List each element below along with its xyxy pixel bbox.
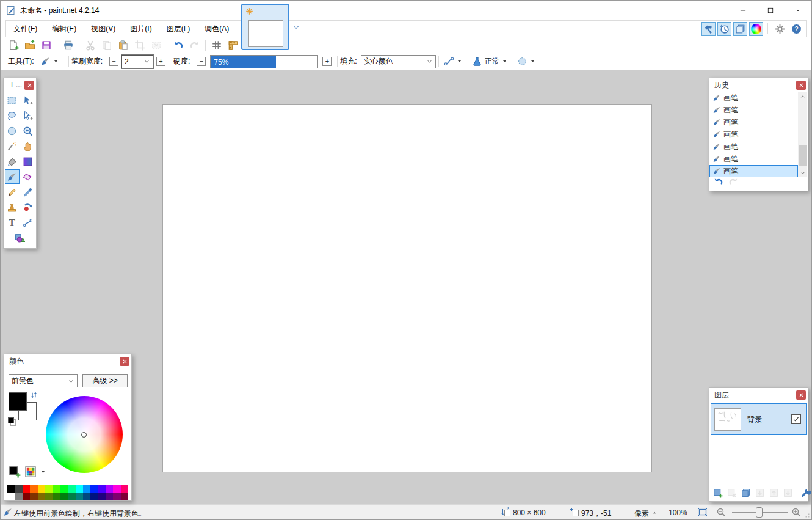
active-tool-dropdown[interactable] bbox=[38, 55, 61, 68]
paste-button[interactable] bbox=[115, 38, 131, 53]
merge-down-button[interactable] bbox=[755, 487, 765, 499]
zoom-out-icon[interactable] bbox=[716, 507, 726, 517]
palette-swatch[interactable] bbox=[53, 493, 60, 500]
palette-swatch[interactable] bbox=[76, 493, 83, 500]
maximize-button[interactable] bbox=[756, 1, 784, 20]
history-window-toggle[interactable] bbox=[717, 22, 731, 36]
palette-swatch[interactable] bbox=[60, 485, 68, 493]
tool-line-curve[interactable] bbox=[21, 215, 35, 230]
history-undo-button[interactable] bbox=[713, 177, 723, 189]
palette-swatch[interactable] bbox=[15, 485, 22, 493]
palette-swatch[interactable] bbox=[76, 485, 83, 493]
palette-swatch[interactable] bbox=[83, 493, 90, 500]
layer-visibility-checkbox[interactable] bbox=[791, 414, 801, 424]
brush-width-combobox[interactable]: 2 bbox=[121, 55, 153, 68]
menu-layers[interactable]: 图层(L) bbox=[159, 21, 198, 37]
tool-magic-wand[interactable] bbox=[5, 139, 20, 153]
duplicate-layer-button[interactable] bbox=[741, 487, 751, 499]
delete-layer-button[interactable] bbox=[727, 487, 737, 499]
tool-paint-bucket[interactable] bbox=[5, 154, 20, 169]
add-layer-button[interactable] bbox=[712, 487, 723, 499]
grid-button[interactable] bbox=[208, 38, 225, 53]
tools-palette-close-button[interactable] bbox=[24, 81, 34, 90]
hardness-slider[interactable]: 75% bbox=[210, 55, 318, 68]
menu-file[interactable]: 文件(F) bbox=[6, 21, 45, 37]
redo-button[interactable] bbox=[186, 38, 203, 53]
tool-eraser[interactable] bbox=[21, 169, 35, 184]
palette-swatch[interactable] bbox=[15, 493, 22, 500]
tool-clone-stamp[interactable] bbox=[5, 200, 20, 214]
palette-swatch[interactable] bbox=[68, 493, 75, 500]
canvas[interactable] bbox=[162, 104, 652, 472]
brush-width-increase-button[interactable]: + bbox=[156, 57, 165, 66]
deselect-button[interactable] bbox=[148, 38, 164, 53]
menu-view[interactable]: 视图(V) bbox=[84, 21, 123, 37]
close-button[interactable] bbox=[784, 1, 811, 20]
zoom-in-icon[interactable] bbox=[791, 507, 801, 517]
palette-swatch[interactable] bbox=[23, 485, 30, 493]
scroll-down-arrow[interactable] bbox=[798, 168, 807, 177]
palette-swatch[interactable] bbox=[30, 493, 37, 500]
history-item[interactable]: 画笔 bbox=[709, 104, 798, 116]
history-redo-button[interactable] bbox=[728, 177, 739, 189]
swap-colors-icon[interactable] bbox=[30, 391, 38, 399]
blend-mode-dropdown[interactable]: 正常 bbox=[469, 55, 510, 68]
resize-grip[interactable] bbox=[800, 508, 810, 518]
scroll-up-arrow[interactable] bbox=[798, 92, 807, 101]
add-color-to-palette-icon[interactable] bbox=[9, 466, 21, 478]
tool-ellipse-select[interactable] bbox=[5, 123, 20, 138]
image-list-chevron-icon[interactable] bbox=[292, 24, 300, 31]
hardness-decrease-button[interactable]: − bbox=[197, 57, 206, 66]
layers-window-toggle[interactable] bbox=[733, 22, 747, 36]
ruler-button[interactable] bbox=[225, 38, 241, 53]
tools-window-toggle[interactable] bbox=[701, 22, 716, 36]
image-tab[interactable] bbox=[241, 4, 289, 50]
reset-colors-icon[interactable] bbox=[7, 417, 17, 427]
tool-move-selection[interactable] bbox=[21, 108, 35, 123]
save-button[interactable] bbox=[38, 38, 54, 53]
layer-row[interactable]: 背景 bbox=[711, 403, 807, 435]
palette-swatch[interactable] bbox=[45, 493, 53, 500]
color-mode-combobox[interactable]: 前景色 bbox=[9, 374, 78, 387]
palette-swatch[interactable] bbox=[45, 485, 53, 493]
palette-swatch[interactable] bbox=[38, 493, 45, 500]
open-button[interactable] bbox=[21, 38, 38, 53]
color-wheel-marker[interactable] bbox=[81, 432, 87, 438]
palette-swatch[interactable] bbox=[30, 485, 37, 493]
chevron-down-icon[interactable] bbox=[40, 469, 46, 475]
selection-clipping-dropdown[interactable] bbox=[515, 55, 538, 68]
layer-properties-button[interactable] bbox=[800, 487, 811, 499]
palette-swatch[interactable] bbox=[83, 485, 90, 493]
tool-recolor[interactable] bbox=[21, 200, 35, 214]
palette-swatch[interactable] bbox=[38, 485, 45, 493]
menu-adjustments[interactable]: 调色(A) bbox=[197, 21, 236, 37]
colors-palette-close-button[interactable] bbox=[120, 357, 129, 366]
fill-style-combobox[interactable]: 实心颜色 bbox=[361, 55, 436, 68]
settings-button[interactable] bbox=[772, 21, 787, 36]
print-button[interactable] bbox=[60, 38, 76, 53]
palette-swatch[interactable] bbox=[68, 485, 75, 493]
crop-to-selection-button[interactable] bbox=[131, 38, 148, 53]
advanced-colors-button[interactable]: 高级 >> bbox=[82, 374, 128, 387]
scrollbar-thumb[interactable] bbox=[799, 145, 807, 166]
tool-move-selected-pixels[interactable] bbox=[21, 93, 35, 108]
palette-swatch[interactable] bbox=[90, 493, 98, 500]
history-item[interactable]: 画笔 bbox=[709, 116, 798, 128]
cut-button[interactable] bbox=[82, 38, 98, 53]
tool-pencil[interactable] bbox=[5, 185, 20, 199]
move-layer-up-button[interactable] bbox=[769, 487, 779, 499]
tool-color-picker[interactable] bbox=[21, 185, 35, 199]
tool-text[interactable]: T bbox=[5, 215, 20, 230]
foreground-color-swatch[interactable] bbox=[9, 392, 27, 411]
palette-swatch[interactable] bbox=[90, 485, 98, 493]
palette-manager-icon[interactable] bbox=[24, 466, 37, 478]
units-dropdown[interactable]: 像素 bbox=[634, 508, 649, 519]
zoom-slider-thumb[interactable] bbox=[756, 507, 763, 518]
brush-width-decrease-button[interactable]: − bbox=[109, 57, 118, 66]
palette-swatch[interactable] bbox=[113, 493, 120, 500]
menu-edit[interactable]: 编辑(E) bbox=[45, 21, 84, 37]
history-item[interactable]: 画笔 bbox=[709, 141, 798, 153]
tool-rectangle-select[interactable] bbox=[5, 93, 20, 108]
zoom-to-window-icon[interactable] bbox=[698, 507, 708, 517]
palette-swatch[interactable] bbox=[106, 493, 113, 500]
